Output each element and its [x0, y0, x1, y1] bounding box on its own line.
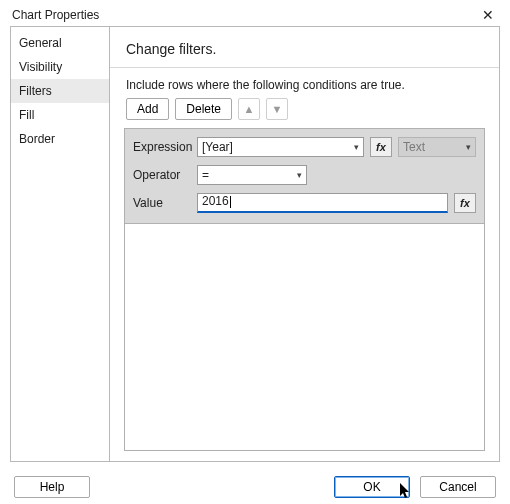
move-down-button[interactable]: ▼ [266, 98, 288, 120]
add-button[interactable]: Add [126, 98, 169, 120]
sidebar-item-fill[interactable]: Fill [11, 103, 109, 127]
expression-value: [Year] [202, 140, 233, 154]
sidebar-item-filters[interactable]: Filters [11, 79, 109, 103]
cancel-button[interactable]: Cancel [420, 476, 496, 498]
chevron-down-icon: ▾ [297, 170, 302, 180]
chevron-down-icon: ▾ [466, 142, 471, 152]
dialog-footer: Help OK Cancel [0, 476, 510, 498]
arrow-up-icon: ▲ [244, 103, 255, 115]
divider [110, 67, 499, 68]
main-panel: Change filters. Include rows where the f… [110, 26, 500, 462]
section-subtitle: Include rows where the following conditi… [126, 78, 485, 92]
expression-fx-button[interactable]: fx [370, 137, 392, 157]
title-bar: Chart Properties ✕ [0, 0, 510, 26]
value-label: Value [133, 196, 191, 210]
section-heading: Change filters. [126, 41, 485, 57]
sidebar: General Visibility Filters Fill Border [10, 26, 110, 462]
sidebar-item-label: Visibility [19, 60, 62, 74]
move-up-button[interactable]: ▲ [238, 98, 260, 120]
help-button[interactable]: Help [14, 476, 90, 498]
sidebar-item-label: Fill [19, 108, 34, 122]
expression-type-select: Text ▾ [398, 137, 476, 157]
filter-editor: Expression [Year] ▾ fx Text ▾ Operator =… [124, 128, 485, 224]
close-icon[interactable]: ✕ [476, 6, 500, 24]
expression-select[interactable]: [Year] ▾ [197, 137, 364, 157]
operator-label: Operator [133, 168, 191, 182]
sidebar-item-general[interactable]: General [11, 31, 109, 55]
sidebar-item-border[interactable]: Border [11, 127, 109, 151]
value-input-text: 2016 [202, 194, 229, 208]
sidebar-item-label: General [19, 36, 62, 50]
fx-icon: fx [376, 141, 386, 153]
expression-label: Expression [133, 140, 191, 154]
value-input[interactable]: 2016 [197, 193, 448, 213]
arrow-down-icon: ▼ [272, 103, 283, 115]
filter-blank-area [124, 224, 485, 451]
text-caret [230, 196, 231, 208]
operator-select[interactable]: = ▾ [197, 165, 307, 185]
fx-icon: fx [460, 197, 470, 209]
expression-type-value: Text [403, 140, 425, 154]
operator-value: = [202, 168, 209, 182]
filter-toolbar: Add Delete ▲ ▼ [126, 98, 485, 120]
sidebar-item-label: Filters [19, 84, 52, 98]
window-title: Chart Properties [12, 8, 99, 22]
value-fx-button[interactable]: fx [454, 193, 476, 213]
sidebar-item-label: Border [19, 132, 55, 146]
ok-button[interactable]: OK [334, 476, 410, 498]
sidebar-item-visibility[interactable]: Visibility [11, 55, 109, 79]
delete-button[interactable]: Delete [175, 98, 232, 120]
chevron-down-icon: ▾ [354, 142, 359, 152]
